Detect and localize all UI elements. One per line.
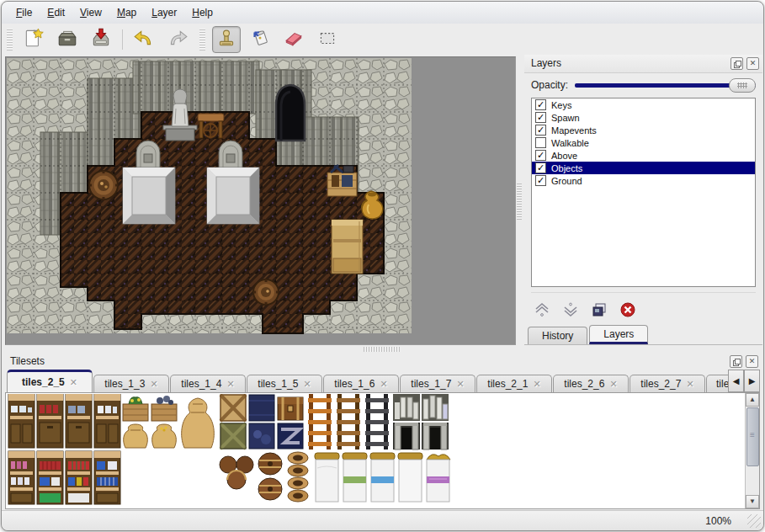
tileset-tab-tiles_2_7[interactable]: tiles_2_7✕ <box>630 375 705 392</box>
table[interactable] <box>198 114 224 138</box>
delete-layer-button[interactable] <box>617 300 639 320</box>
cave-entrance[interactable] <box>276 85 305 141</box>
wooden-cabinet[interactable] <box>332 220 363 274</box>
gravestone-left[interactable] <box>136 141 160 169</box>
close-panel-icon[interactable]: ✕ <box>746 57 759 70</box>
barrel-bottom[interactable] <box>253 279 279 305</box>
panel-tab-history[interactable]: History <box>528 327 587 344</box>
tab-close-icon[interactable]: ✕ <box>150 379 157 390</box>
toolbar-drag-handle[interactable] <box>7 29 13 51</box>
tile-stone-arches[interactable] <box>393 394 449 450</box>
tab-close-icon[interactable]: ✕ <box>380 379 387 390</box>
tab-close-icon[interactable]: ✕ <box>226 379 234 390</box>
layer-row-spawn[interactable]: ✓Spawn <box>532 111 755 124</box>
tile-barrels-beds[interactable] <box>220 452 450 502</box>
tab-close-icon[interactable]: ✕ <box>70 377 77 388</box>
tab-close-icon[interactable]: ✕ <box>533 379 540 390</box>
scroll-down-arrow[interactable]: ▼ <box>746 495 759 508</box>
tab-close-icon[interactable]: ✕ <box>686 379 693 390</box>
tab-close-icon[interactable]: ✕ <box>456 379 464 390</box>
tileset-tab-tiles_1_4[interactable]: tiles_1_4✕ <box>170 375 246 392</box>
fill-tool-button[interactable] <box>246 26 274 53</box>
raise-layer-button[interactable] <box>531 300 553 320</box>
tile-ladders[interactable] <box>308 394 389 450</box>
tab-scroll-left-button[interactable]: ◀ <box>728 370 744 392</box>
open-button[interactable] <box>53 26 82 53</box>
horizontal-splitter[interactable] <box>2 345 763 353</box>
vertical-splitter-grip[interactable] <box>517 183 522 220</box>
duplicate-icon <box>591 301 608 318</box>
gravestone-right[interactable] <box>219 141 242 169</box>
opacity-slider[interactable] <box>575 78 756 92</box>
layer-checkbox[interactable]: ✓ <box>535 99 546 110</box>
scroll-up-arrow[interactable]: ▲ <box>746 393 759 407</box>
horizontal-splitter-grip[interactable] <box>364 347 401 352</box>
menu-edit[interactable]: Edit <box>40 4 72 21</box>
menu-map[interactable]: Map <box>109 4 144 21</box>
layer-row-mapevents[interactable]: ✓Mapevents <box>532 124 755 136</box>
opacity-slider-thumb[interactable] <box>729 78 756 93</box>
menu-layer[interactable]: Layer <box>144 4 184 21</box>
statusbar: 100% <box>2 510 763 530</box>
tileset-tab-tiles_1_6[interactable]: tiles_1_6✕ <box>323 375 399 392</box>
map-viewport[interactable] <box>5 56 516 345</box>
tab-close-icon[interactable]: ✕ <box>609 379 617 390</box>
undo-button[interactable] <box>130 26 158 53</box>
scroll-thumb[interactable] <box>746 407 759 466</box>
undo-arrow-icon <box>133 27 155 52</box>
tileset-tab-tiles_2_5[interactable]: tiles_2_5✕ <box>7 370 93 392</box>
stone-platform-left[interactable] <box>123 168 175 224</box>
palette-scrollbar[interactable]: ▲ ▼ <box>745 393 759 508</box>
layer-label: Ground <box>551 176 582 186</box>
resize-grip[interactable] <box>747 514 761 528</box>
select-tool-button[interactable] <box>313 26 342 53</box>
layer-checkbox[interactable] <box>535 137 546 148</box>
tileset-tab-tiles_1_7[interactable]: tiles_1_7✕ <box>400 375 475 392</box>
layer-checkbox[interactable]: ✓ <box>535 162 546 173</box>
tileset-palette[interactable]: ▲ ▼ <box>5 392 760 509</box>
tileset-tab-tiles_1_3[interactable]: tiles_1_3✕ <box>93 375 169 392</box>
save-button[interactable] <box>87 26 115 53</box>
menu-help[interactable]: Help <box>184 4 220 21</box>
layer-checkbox[interactable]: ✓ <box>535 150 546 161</box>
tile-chest <box>278 397 303 420</box>
layer-row-walkable[interactable]: Walkable <box>532 136 755 149</box>
float-tilesets-icon[interactable] <box>730 355 742 368</box>
duplicate-layer-button[interactable] <box>588 300 610 320</box>
new-file-button[interactable] <box>19 26 48 53</box>
tileset-tab-tiles_2_1[interactable]: tiles_2_1✕ <box>476 375 552 392</box>
layer-row-keys[interactable]: ✓Keys <box>532 98 755 111</box>
layer-checkbox[interactable]: ✓ <box>535 112 546 123</box>
menu-file[interactable]: File <box>8 4 40 21</box>
stamp-tool-button[interactable] <box>212 26 241 53</box>
redo-button[interactable] <box>163 26 192 53</box>
map-canvas[interactable] <box>6 57 412 334</box>
lower-layer-button[interactable] <box>560 300 582 320</box>
tileset-tab-tiles_1_5[interactable]: tiles_1_5✕ <box>247 375 322 392</box>
tile-crates-sacks[interactable] <box>123 395 303 449</box>
tileset-tab-tiles_2_6[interactable]: tiles_2_6✕ <box>553 375 629 392</box>
stone-platform-right[interactable] <box>207 168 259 224</box>
float-panel-icon[interactable] <box>730 57 743 70</box>
layer-label: Objects <box>551 163 582 173</box>
layer-checkbox[interactable]: ✓ <box>535 175 546 186</box>
layer-row-ground[interactable]: ✓Ground <box>532 174 755 187</box>
toolbar-drag-handle-2[interactable] <box>199 29 205 51</box>
layer-checkbox[interactable]: ✓ <box>535 125 546 136</box>
tab-label: tiles_1_5 <box>258 378 298 390</box>
layer-row-objects[interactable]: ✓Objects <box>532 162 755 174</box>
close-tilesets-icon[interactable]: ✕ <box>746 355 758 368</box>
tab-scroll-right-button[interactable]: ▶ <box>744 370 760 392</box>
barrel-left[interactable] <box>89 171 118 200</box>
layer-row-above[interactable]: ✓Above <box>532 149 755 162</box>
tile-shelves-row1[interactable] <box>8 394 120 448</box>
new-page-star-icon <box>23 27 45 52</box>
tab-close-icon[interactable]: ✕ <box>303 379 311 390</box>
tileset-tiles[interactable] <box>8 394 479 505</box>
vertical-splitter[interactable] <box>516 56 523 343</box>
menu-view[interactable]: View <box>72 4 109 21</box>
panel-tab-layers[interactable]: Layers <box>589 325 648 344</box>
tile-shelves-row2[interactable] <box>8 451 120 504</box>
eraser-tool-button[interactable] <box>279 26 308 53</box>
layer-list[interactable]: ✓Keys✓Spawn✓MapeventsWalkable✓Above✓Obje… <box>531 98 756 286</box>
